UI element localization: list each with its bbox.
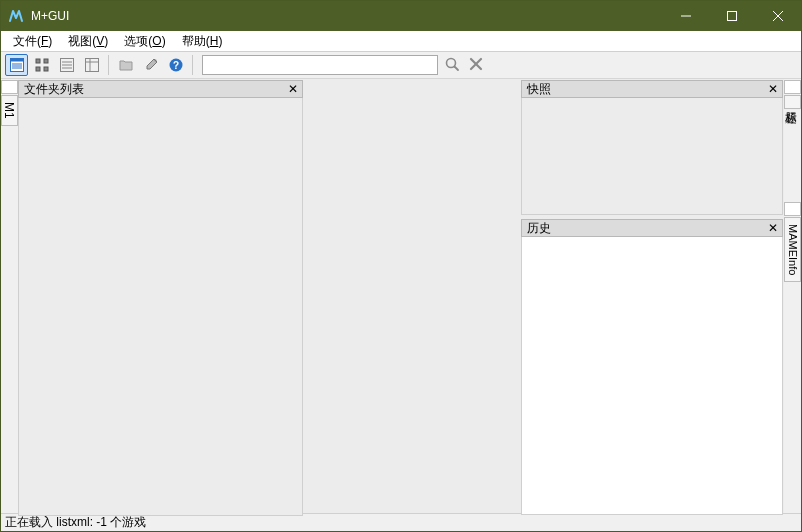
search-button[interactable] [442, 55, 462, 75]
menu-options[interactable]: 选项(O) [116, 31, 173, 52]
panel-history-close[interactable]: ✕ [766, 221, 780, 235]
view-details-button[interactable] [80, 54, 103, 76]
panel-folder-list-header[interactable]: 文件夹列表 ✕ [18, 80, 303, 98]
close-icon: ✕ [288, 83, 298, 95]
svg-rect-1 [728, 12, 737, 21]
status-text: 正在载入 listxml: -1 个游戏 [5, 514, 146, 531]
center-region: 文件夹列表 ✕ 快照 ✕ 历史 ✕ [18, 79, 784, 513]
toolbar-separator [192, 55, 193, 75]
tab-snapshot[interactable]: 快照 [784, 80, 801, 94]
tab-history[interactable]: 历史 [784, 202, 801, 216]
menu-file[interactable]: 文件(F) [5, 31, 60, 52]
svg-rect-10 [44, 59, 48, 63]
open-folder-button[interactable] [114, 54, 137, 76]
panel-history-title: 历史 [527, 220, 766, 237]
close-button[interactable] [755, 1, 801, 31]
tab-m1[interactable]: M1 [1, 95, 18, 126]
panel-folder-list-body[interactable] [18, 98, 303, 516]
close-icon [469, 57, 483, 74]
tab-folder-list[interactable]: 文件夹列表 [1, 80, 18, 94]
menu-help[interactable]: 帮助(H) [174, 31, 231, 52]
search-group [202, 55, 486, 75]
panel-folder-list: 文件夹列表 ✕ [18, 80, 303, 516]
panel-snapshot-body[interactable] [521, 98, 783, 215]
view-list-button[interactable] [55, 54, 78, 76]
svg-rect-9 [36, 59, 40, 63]
maximize-button[interactable] [709, 1, 755, 31]
right-tab-strip: 快照 标题 历史 MAMEInfo [784, 79, 801, 513]
svg-rect-12 [44, 67, 48, 71]
app-icon [9, 8, 25, 24]
minimize-button[interactable] [663, 1, 709, 31]
svg-rect-17 [85, 59, 98, 72]
panel-snapshot-close[interactable]: ✕ [766, 82, 780, 96]
svg-rect-5 [10, 59, 23, 62]
panel-history-header[interactable]: 历史 ✕ [521, 219, 783, 237]
search-input[interactable] [202, 55, 438, 75]
svg-line-24 [455, 66, 459, 70]
panel-folder-list-title: 文件夹列表 [24, 81, 286, 98]
left-tab-strip: 文件夹列表 M1 [1, 79, 18, 513]
view-large-icons-button[interactable] [5, 54, 28, 76]
title-bar: M+GUI [1, 1, 801, 31]
panel-snapshot-title: 快照 [527, 81, 766, 98]
close-icon: ✕ [768, 83, 778, 95]
search-icon [444, 56, 460, 75]
menu-view[interactable]: 视图(V) [60, 31, 116, 52]
window-title: M+GUI [31, 9, 69, 23]
panel-snapshot: 快照 ✕ [521, 80, 783, 215]
close-icon: ✕ [768, 222, 778, 234]
panel-history: 历史 ✕ [521, 219, 783, 515]
svg-point-20 [154, 60, 156, 62]
view-small-icons-button[interactable] [30, 54, 53, 76]
panel-history-body[interactable] [521, 237, 783, 515]
svg-text:?: ? [172, 60, 178, 71]
tab-title[interactable]: 标题 [784, 95, 801, 109]
panel-snapshot-header[interactable]: 快照 ✕ [521, 80, 783, 98]
svg-rect-11 [36, 67, 40, 71]
work-area: 文件夹列表 M1 文件夹列表 ✕ 快照 ✕ [1, 79, 801, 513]
settings-button[interactable] [139, 54, 162, 76]
about-button[interactable]: ? [164, 54, 187, 76]
menu-bar: 文件(F) 视图(V) 选项(O) 帮助(H) [1, 31, 801, 52]
tab-spacer [784, 109, 801, 201]
toolbar-separator [108, 55, 109, 75]
panel-folder-list-close[interactable]: ✕ [286, 82, 300, 96]
toolbar: ? [1, 52, 801, 79]
clear-search-button[interactable] [466, 55, 486, 75]
tab-mameinfo[interactable]: MAMEInfo [784, 217, 801, 282]
